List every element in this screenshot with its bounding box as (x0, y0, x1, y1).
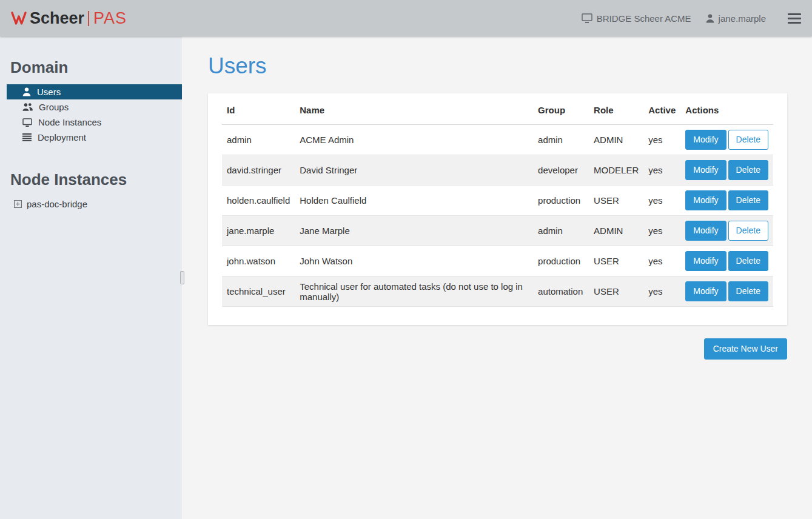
cell-id: technical_user (222, 276, 295, 307)
cell-id: john.watson (222, 246, 295, 276)
cell-active: yes (643, 125, 680, 155)
cell-id: holden.caulfield (222, 186, 295, 216)
table-row: david.stringerDavid StringerdeveloperMOD… (222, 155, 773, 186)
table-row: adminACME AdminadminADMINyesModifyDelete (222, 125, 773, 155)
bridge-label: BRIDGE Scheer ACME (597, 13, 691, 24)
sidebar-item-label: Groups (39, 102, 69, 112)
brand-product: PAS (93, 9, 127, 28)
cell-role: USER (589, 186, 643, 216)
column-header-role: Role (589, 93, 643, 125)
delete-button[interactable]: Delete (728, 190, 768, 210)
bridge-indicator[interactable]: BRIDGE Scheer ACME (582, 13, 691, 24)
modify-button[interactable]: Modify (685, 160, 726, 180)
cell-id: jane.marple (222, 216, 295, 246)
topbar-right: BRIDGE Scheer ACME jane.marple (567, 11, 802, 26)
column-header-name: Name (295, 93, 533, 125)
brand-logo[interactable]: Scheer PAS (11, 9, 127, 28)
cell-actions: ModifyDelete (680, 276, 773, 307)
cell-group: production (533, 186, 589, 216)
scheer-logo-icon (11, 11, 27, 25)
cell-group: developer (533, 155, 589, 186)
sidebar-item-node-instances[interactable]: Node Instances (7, 115, 182, 130)
sidebar-item-users[interactable]: Users (7, 84, 182, 99)
modify-button[interactable]: Modify (685, 130, 726, 150)
users-table-body: adminACME AdminadminADMINyesModifyDelete… (222, 125, 773, 307)
delete-button[interactable]: Delete (728, 251, 768, 271)
user-icon (706, 14, 714, 23)
table-row: john.watsonJohn WatsonproductionUSERyesM… (222, 246, 773, 276)
topbar: Scheer PAS BRIDGE Scheer ACME jane.marpl… (0, 0, 812, 36)
column-header-id: Id (222, 93, 295, 125)
cell-group: automation (533, 276, 589, 307)
tree-item-label: pas-doc-bridge (27, 199, 87, 209)
create-row: Create New User (208, 338, 787, 360)
cell-name: Holden Caulfield (295, 186, 533, 216)
sidebar-item-groups[interactable]: Groups (7, 99, 182, 115)
user-label: jane.marple (719, 13, 766, 24)
modify-button[interactable]: Modify (685, 251, 726, 271)
cell-role: ADMIN (589, 216, 643, 246)
cell-role: USER (589, 276, 643, 307)
sidebar-heading-domain: Domain (0, 36, 182, 77)
cell-name: ACME Admin (295, 125, 533, 155)
cell-name: Jane Marple (295, 216, 533, 246)
cell-actions: ModifyDelete (680, 216, 773, 246)
column-header-group: Group (533, 93, 589, 125)
table-header-row: Id Name Group Role Active Actions (222, 93, 773, 125)
sidebar-item-label: Node Instances (38, 117, 101, 127)
list-icon (22, 133, 32, 141)
cell-actions: ModifyDelete (680, 186, 773, 216)
users-icon (22, 102, 33, 112)
sidebar-heading-node-instances: Node Instances (0, 145, 182, 189)
create-new-user-button[interactable]: Create New User (704, 338, 787, 360)
brand-name: Scheer (30, 9, 84, 28)
cell-name: Technical user for automated tasks (do n… (295, 276, 533, 307)
cell-role: MODELER (589, 155, 643, 186)
monitor-icon (582, 13, 592, 23)
delete-button[interactable]: Delete (728, 160, 768, 180)
brand-separator (88, 11, 89, 26)
table-row: holden.caulfieldHolden Caulfieldproducti… (222, 186, 773, 216)
modify-button[interactable]: Modify (685, 281, 726, 301)
cell-name: David Stringer (295, 155, 533, 186)
sidebar-item-deployment[interactable]: Deployment (7, 130, 182, 145)
cell-active: yes (643, 155, 680, 186)
table-row: jane.marpleJane MarpleadminADMINyesModif… (222, 216, 773, 246)
menu-icon[interactable] (787, 11, 802, 26)
sidebar-resize-handle[interactable] (180, 271, 184, 284)
modify-button[interactable]: Modify (685, 190, 726, 210)
cell-role: USER (589, 246, 643, 276)
layout: Domain Users Groups (0, 36, 812, 519)
users-table-card: Id Name Group Role Active Actions adminA… (208, 93, 787, 325)
cell-active: yes (643, 186, 680, 216)
sidebar-item-label: Users (37, 87, 61, 97)
monitor-icon (22, 118, 32, 127)
cell-active: yes (643, 246, 680, 276)
users-table: Id Name Group Role Active Actions adminA… (222, 93, 773, 307)
user-menu[interactable]: jane.marple (706, 13, 766, 24)
cell-id: admin (222, 125, 295, 155)
cell-actions: ModifyDelete (680, 155, 773, 186)
table-row: technical_userTechnical user for automat… (222, 276, 773, 307)
cell-actions: ModifyDelete (680, 125, 773, 155)
main-content: Users Id Name Group Role Active Actions … (182, 36, 812, 519)
user-icon (22, 87, 31, 96)
delete-button[interactable]: Delete (728, 281, 768, 301)
sidebar-item-label: Deployment (38, 132, 86, 142)
cell-group: production (533, 246, 589, 276)
cell-group: admin (533, 216, 589, 246)
domain-menu: Users Groups Node Instances (7, 84, 182, 145)
cell-actions: ModifyDelete (680, 246, 773, 276)
cell-id: david.stringer (222, 155, 295, 186)
tree-item-pas-doc-bridge[interactable]: pas-doc-bridge (14, 199, 182, 209)
delete-button[interactable]: Delete (728, 130, 768, 150)
cell-name: John Watson (295, 246, 533, 276)
column-header-active: Active (643, 93, 680, 125)
sidebar: Domain Users Groups (0, 36, 182, 519)
cell-role: ADMIN (589, 125, 643, 155)
cell-active: yes (643, 216, 680, 246)
modify-button[interactable]: Modify (685, 221, 726, 241)
delete-button[interactable]: Delete (728, 221, 768, 241)
cell-group: admin (533, 125, 589, 155)
cell-active: yes (643, 276, 680, 307)
